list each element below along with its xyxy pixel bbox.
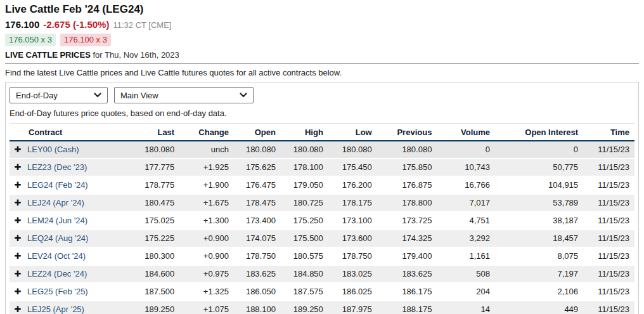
volume-cell: 3,292 [437,230,495,247]
last-cell: 177.775 [126,159,179,176]
open-interest-cell: 2,106 [495,283,583,301]
volume-cell: 10,743 [437,159,495,176]
table-row: ✚LEM24 (Jun '24) 175.025 +1.300 173.400 … [10,212,634,230]
open-cell: 173.400 [234,212,281,230]
quote-summary: 176.100 -2.675 (-1.50%) 11:32 CT [CME] [5,19,639,30]
expand-row-icon[interactable]: ✚ [13,162,23,173]
quotes-table-body: ✚LEY00 (Cash) 180.080 unch 180.080 180.0… [10,141,634,314]
contract-cell: ✚LEM24 (Jun '24) [10,212,126,230]
column-header-open: Open [234,124,281,141]
change-cell: +1.300 [179,212,234,230]
quotes-panel: End-of-Day Main View End-of-Day futures … [5,82,639,314]
expand-row-icon[interactable]: ✚ [13,180,23,190]
high-cell: 179.050 [281,176,328,194]
open-interest-cell: 38,187 [495,212,583,230]
contract-link[interactable]: LEG25 (Feb '25) [27,287,88,296]
contract-link[interactable]: LEZ24 (Dec '24) [27,269,87,278]
column-header-change: Change [179,124,234,141]
expand-row-icon[interactable]: ✚ [13,233,23,244]
high-cell: 180.575 [281,247,328,265]
table-row: ✚LEG25 (Feb '25) 187.500 +1.325 186.050 … [10,283,634,301]
contract-link[interactable]: LEM24 (Jun '24) [27,216,87,225]
last-cell: 184.600 [126,265,179,283]
volume-cell: 1,161 [437,247,495,265]
contract-link[interactable]: LEQ24 (Aug '24) [27,233,88,243]
change-cell: +1.325 [179,283,234,301]
previous-cell: 173.725 [377,212,437,230]
last-cell: 175.025 [126,212,179,230]
open-cell: 188.100 [234,301,281,314]
contract-link[interactable]: LEJ25 (Apr '25) [27,304,84,314]
volume-cell: 204 [437,283,495,301]
time-cell: 11/15/23 [583,265,634,283]
ask-quote: 176.100 x 3 [60,34,111,46]
high-cell: 175.500 [281,230,328,247]
time-cell: 11/15/23 [583,212,634,230]
column-header-open-interest: Open Interest [495,124,583,141]
low-cell: 180.080 [328,141,377,159]
table-row: ✚LEZ24 (Dec '24) 184.600 +0.975 183.625 … [10,265,634,283]
quote-time: 11:32 CT [CME] [113,20,171,30]
table-row: ✚LEZ23 (Dec '23) 177.775 +1.925 175.625 … [10,159,634,176]
open-interest-cell: 104,915 [495,176,583,194]
high-cell: 184.850 [281,265,328,283]
view-select[interactable]: Main View [114,87,254,103]
contract-link[interactable]: LEZ23 (Dec '23) [27,162,87,172]
expand-row-icon[interactable]: ✚ [13,145,23,155]
contract-link[interactable]: LEJ24 (Apr '24) [27,198,84,207]
last-cell: 178.775 [126,176,179,194]
low-cell: 176.200 [328,176,377,194]
last-price: 176.100 [5,19,39,30]
table-row: ✚LEQ24 (Aug '24) 175.225 +0.900 174.075 … [10,230,634,247]
table-row: ✚LEV24 (Oct '24) 180.300 +0.900 178.750 … [10,247,634,265]
intro-text: Find the latest Live Cattle prices and L… [5,68,639,78]
bid-ask-row: 176.050 x 3 176.100 x 3 [5,34,639,46]
contract-link[interactable]: LEV24 (Oct '24) [27,251,86,261]
table-header-row: ContractLastChangeOpenHighLowPreviousVol… [10,124,634,141]
low-cell: 183.025 [328,265,377,283]
previous-cell: 176.875 [377,176,437,194]
open-cell: 180.080 [234,141,281,159]
column-header-previous: Previous [377,124,437,141]
table-row: ✚LEJ24 (Apr '24) 180.475 +1.675 178.475 … [10,194,634,212]
expand-row-icon[interactable]: ✚ [13,216,23,226]
open-interest-cell: 50,775 [495,159,583,176]
column-header-high: High [281,124,328,141]
expand-row-icon[interactable]: ✚ [13,198,23,208]
time-cell: 11/15/23 [583,159,634,176]
volume-cell: 508 [437,265,495,283]
volume-cell: 16,766 [437,176,495,194]
low-cell: 173.100 [328,212,377,230]
volume-cell: 7,017 [437,194,495,212]
time-cell: 11/15/23 [583,247,634,265]
table-row: ✚LEG24 (Feb '24) 178.775 +1.900 176.475 … [10,176,634,194]
time-cell: 11/15/23 [583,194,634,212]
open-cell: 175.625 [234,159,281,176]
last-cell: 180.080 [126,141,179,159]
previous-cell: 174.325 [377,230,437,247]
column-header-volume: Volume [437,124,495,141]
high-cell: 180.725 [281,194,328,212]
low-cell: 178.750 [328,247,377,265]
high-cell: 180.080 [281,141,328,159]
expand-row-icon[interactable]: ✚ [13,304,23,314]
expand-row-icon[interactable]: ✚ [13,251,23,261]
change-cell: +1.900 [179,176,234,194]
view-select-value: Main View [120,91,158,100]
table-row: ✚LEJ25 (Apr '25) 189.250 +1.075 188.100 … [10,301,634,314]
previous-cell: 186.175 [377,283,437,301]
controls-row: End-of-Day Main View [10,87,634,103]
expand-row-icon[interactable]: ✚ [13,287,23,297]
previous-cell: 179.400 [377,247,437,265]
table-row: ✚LEY00 (Cash) 180.080 unch 180.080 180.0… [10,141,634,159]
prices-for-label: LIVE CATTLE PRICES [5,50,91,60]
high-cell: 175.250 [281,212,328,230]
contract-cell: ✚LEG24 (Feb '24) [10,176,126,194]
frequency-select[interactable]: End-of-Day [10,87,108,103]
contract-link[interactable]: LEG24 (Feb '24) [27,180,88,190]
change-cell: +1.925 [179,159,234,176]
high-cell: 187.575 [281,283,328,301]
contract-link[interactable]: LEY00 (Cash) [27,145,79,154]
expand-row-icon[interactable]: ✚ [13,269,23,279]
high-cell: 189.250 [281,301,328,314]
